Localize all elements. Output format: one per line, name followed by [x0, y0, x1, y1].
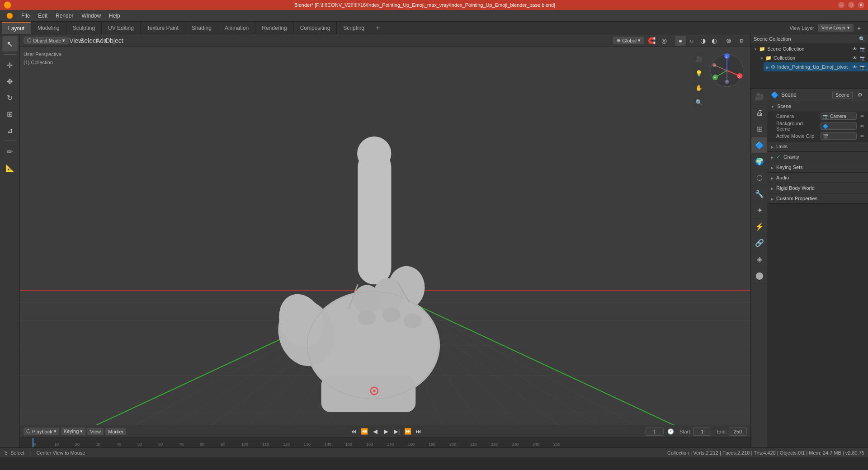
custom-props-header[interactable]: Custom Properties	[767, 193, 868, 203]
wireframe-btn[interactable]: ○	[686, 36, 697, 46]
tool-select[interactable]: ↖	[2, 36, 18, 52]
col-visibility-icon[interactable]: 👁	[853, 56, 857, 61]
tool-annotate[interactable]: ✏	[2, 144, 18, 159]
start-frame-input[interactable]: 1	[693, 428, 711, 436]
tab-shading[interactable]: Shading	[185, 22, 218, 34]
timeline-ruler[interactable]: 0102030405060708090100110120130140150160…	[20, 437, 750, 447]
outliner-object[interactable]: ⚙ Index_Pointing_Up_Emoji_pivot 👁 📷	[764, 62, 868, 71]
object-menu-btn[interactable]: Object	[108, 36, 119, 46]
tab-rendering[interactable]: Rendering	[255, 22, 293, 34]
tab-layout[interactable]: Layout	[2, 22, 31, 34]
object-mode-button[interactable]: ⬡ Object Mode ▾	[24, 37, 69, 44]
camera-edit-btn[interactable]: ✏	[860, 113, 864, 119]
next-keyframe-btn[interactable]: ⏩	[403, 427, 413, 436]
scene-options-btn[interactable]: ⚙	[855, 90, 864, 99]
outliner-collection[interactable]: 📁 Collection 👁 📷	[757, 53, 868, 62]
maximize-button[interactable]: □	[848, 2, 854, 8]
outliner-scene-collection[interactable]: 📁 Scene Collection 👁 📷	[751, 44, 868, 53]
prop-data-icon[interactable]: ◈	[751, 251, 768, 268]
obj-visibility-icon[interactable]: 👁	[853, 65, 857, 70]
prev-keyframe-btn[interactable]: ⏪	[359, 427, 369, 436]
rigid-body-header[interactable]: Rigid Body World	[767, 183, 868, 193]
playback-menu[interactable]: ⬡ Playback ▾	[24, 428, 59, 435]
view-layer-add[interactable]: +	[854, 23, 864, 33]
tab-compositing[interactable]: Compositing	[294, 22, 337, 34]
play-btn[interactable]: ▶	[381, 427, 391, 436]
prop-constraints-icon[interactable]: 🔗	[751, 235, 768, 251]
view-menu-timeline[interactable]: View	[87, 428, 104, 435]
overlay-btn[interactable]: ⊚	[723, 36, 734, 46]
obj-render-icon[interactable]: 📷	[860, 65, 865, 70]
end-frame-input[interactable]: 250	[729, 428, 747, 436]
prop-material-icon[interactable]: ⬤	[751, 268, 768, 284]
menu-render[interactable]: Render	[52, 12, 77, 20]
background-scene-value[interactable]: 🔷	[821, 122, 857, 130]
scene-section-header[interactable]: Scene	[767, 101, 868, 111]
prop-world-icon[interactable]: 🌍	[751, 154, 768, 170]
menu-blender[interactable]: 🟠	[3, 12, 17, 20]
xray-btn[interactable]: ⧈	[736, 36, 747, 46]
tool-scale[interactable]: ⊞	[2, 106, 18, 122]
bg-scene-edit-btn[interactable]: ✏	[860, 123, 864, 129]
outliner-visibility-icon[interactable]: 👁	[853, 47, 857, 52]
tab-uv-editing[interactable]: UV Editing	[102, 22, 141, 34]
rendered-btn[interactable]: ◐	[709, 36, 720, 46]
units-section-header[interactable]: Units	[767, 141, 868, 151]
menu-file[interactable]: File	[18, 12, 33, 20]
select-menu-btn[interactable]: Select	[83, 36, 94, 46]
prop-particles-icon[interactable]: ✦	[751, 202, 768, 219]
prop-render-icon[interactable]: 🎥	[751, 89, 768, 105]
minimize-button[interactable]: ─	[838, 2, 844, 8]
add-workspace-button[interactable]: +	[371, 22, 384, 34]
gravity-section-header[interactable]: ✓ Gravity	[767, 152, 868, 162]
current-frame-input[interactable]: 1	[646, 428, 664, 436]
close-button[interactable]: ✕	[858, 2, 864, 8]
tab-sculpting[interactable]: Sculpting	[66, 22, 102, 34]
scene-name-field[interactable]: Scene	[832, 91, 853, 99]
material-preview-btn[interactable]: ◑	[698, 36, 708, 46]
audio-section-header[interactable]: Audio	[767, 173, 868, 183]
snap-btn[interactable]: 🧲	[646, 36, 657, 46]
menu-edit[interactable]: Edit	[34, 12, 51, 20]
tool-rotate[interactable]: ↻	[2, 90, 18, 105]
filter-icon[interactable]: 🔍	[859, 36, 865, 42]
step-back-btn[interactable]: ◀	[370, 427, 380, 436]
prop-physics-icon[interactable]: ⚡	[751, 219, 768, 235]
col-render-icon[interactable]: 📷	[860, 56, 865, 61]
jump-start-btn[interactable]: ⏮	[349, 427, 359, 436]
tab-animation[interactable]: Animation	[218, 22, 255, 34]
marker-menu[interactable]: Marker	[105, 428, 126, 435]
viewport-camera-btn[interactable]: 🎥	[693, 52, 705, 65]
active-movie-clip-value[interactable]: 🎬	[821, 132, 857, 140]
tool-transform[interactable]: ⊿	[2, 122, 18, 138]
tab-scripting[interactable]: Scripting	[337, 22, 371, 34]
step-forward-btn[interactable]: ▶|	[392, 427, 402, 436]
viewport-hand-btn[interactable]: ✋	[693, 81, 705, 94]
outliner-render-icon[interactable]: 📷	[860, 47, 865, 52]
keying-sets-header[interactable]: Keying Sets	[767, 162, 868, 172]
tool-cursor[interactable]: ✛	[2, 57, 18, 73]
jump-end-btn[interactable]: ⏭	[414, 427, 424, 436]
tab-texture-paint[interactable]: Texture Paint	[141, 22, 185, 34]
view-layer-dropdown[interactable]: View Layer ▾	[818, 24, 854, 32]
prop-object-icon[interactable]: ⬡	[751, 170, 768, 186]
clip-edit-btn[interactable]: ✏	[860, 133, 864, 139]
tool-measure[interactable]: 📐	[2, 160, 18, 175]
transform-global[interactable]: ⊕ Global ▾	[613, 37, 644, 44]
prop-scene-icon[interactable]: 🔷	[751, 137, 768, 154]
viewport-zoom-btn[interactable]: 🔍	[693, 96, 705, 108]
tool-move[interactable]: ✥	[2, 74, 18, 89]
prop-modifier-icon[interactable]: 🔧	[751, 186, 768, 202]
menu-window[interactable]: Window	[78, 12, 104, 20]
camera-value[interactable]: 📷 Camera	[821, 113, 857, 120]
menu-help[interactable]: Help	[105, 12, 124, 20]
proportional-btn[interactable]: ◎	[659, 36, 670, 46]
gravity-check[interactable]: ✓	[776, 154, 781, 160]
keying-btn[interactable]: Keying ▾	[61, 428, 86, 435]
3d-viewport[interactable]: User Perspective (1) Collection Z X	[20, 47, 750, 425]
viewport-light-btn[interactable]: 💡	[693, 67, 705, 80]
prop-output-icon[interactable]: 🖨	[751, 105, 768, 121]
tab-modeling[interactable]: Modeling	[31, 22, 66, 34]
navigation-gizmo[interactable]: Z X Y	[709, 52, 745, 89]
prop-view-layer-icon[interactable]: ⊞	[751, 121, 768, 137]
